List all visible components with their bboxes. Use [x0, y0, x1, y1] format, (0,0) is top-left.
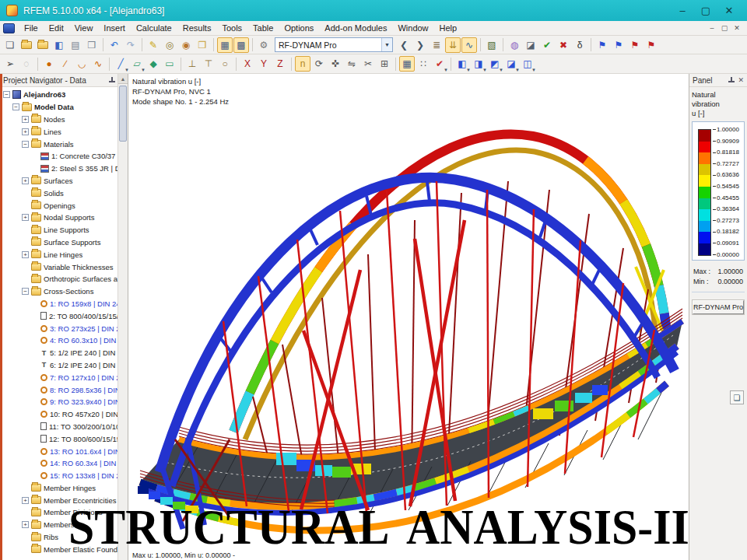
menu-tools[interactable]: Tools — [216, 23, 247, 33]
tree-item-orthotropic-surfaces-and-membra[interactable]: Orthotropic Surfaces and Membra — [3, 273, 128, 285]
tree-item-lines[interactable]: +Lines — [3, 125, 128, 138]
close-button[interactable]: ✕ — [717, 5, 741, 16]
tree-item-4-ro-60-3x10-din-2448-din-2[interactable]: 4: RO 60.3x10 | DIN 2448, DIN 2 — [3, 334, 128, 347]
render-view-button[interactable]: ▧ — [484, 37, 500, 53]
edit-move-button[interactable]: ✜ — [328, 56, 343, 72]
mdi-minimize-button[interactable]: – — [706, 24, 718, 32]
chevron-down-icon[interactable]: ▼ — [444, 68, 448, 72]
new-file-button[interactable]: ❏ — [2, 37, 18, 53]
flag-red-2-button[interactable]: ⚑ — [644, 37, 659, 53]
print-button[interactable]: ❒ — [84, 37, 100, 53]
edit-pencil-button[interactable]: ✎ — [146, 37, 161, 53]
tree-item-12-to-800-600-15-15-25-25-s[interactable]: 12: TO 800/600/15/15/25/25; S — [3, 432, 128, 445]
new-hinge-button[interactable]: ○ — [217, 56, 233, 72]
new-member-button[interactable]: ╱▼ — [113, 56, 128, 72]
tree-item-line-supports[interactable]: Line Supports — [3, 224, 128, 236]
tree-item-openings[interactable]: Openings — [3, 199, 128, 212]
nav-forward-button[interactable]: ❯ — [412, 37, 428, 53]
chevron-down-icon[interactable]: ▼ — [531, 68, 536, 72]
work-plane-button[interactable]: ▦ — [399, 56, 415, 72]
collapse-icon[interactable]: − — [22, 288, 29, 295]
expand-icon[interactable]: + — [22, 128, 29, 135]
panel-display-options-button[interactable]: ❏ — [730, 390, 744, 404]
tree-item-nodal-supports[interactable]: +Nodal Supports — [3, 212, 128, 224]
scroll-up-icon[interactable]: ▲ — [118, 74, 128, 84]
new-solid-button[interactable]: ◆ — [146, 56, 161, 72]
show-loads-button[interactable]: ⇊ — [445, 37, 461, 53]
menu-window[interactable]: Window — [392, 23, 433, 33]
guidelines-button[interactable]: ✔▼ — [432, 56, 447, 72]
check-data-button[interactable]: ✔ — [539, 37, 555, 53]
new-surface-button[interactable]: ▱▼ — [129, 56, 145, 72]
flag-blue-1-button[interactable]: ⚑ — [594, 37, 610, 53]
dynamic-module-button[interactable]: δ — [572, 37, 587, 53]
zoom-window-button[interactable]: ◎ — [162, 37, 177, 53]
flag-blue-2-button[interactable]: ⚑ — [611, 37, 626, 53]
tree-item-7-ro-127x10-din-2448-din-2[interactable]: 7: RO 127x10 | DIN 2448, DIN 2 — [3, 371, 128, 383]
tree-item-9-ro-323-9x40-din-2448-din[interactable]: 9: RO 323.9x40 | DIN 2448, DIN — [3, 396, 128, 408]
tree-item-13-ro-101-6x4-din-2448-din[interactable]: 13: RO 101.6x4 | DIN 2448, DIN — [3, 445, 128, 457]
tree-item-variable-thicknesses[interactable]: Variable Thicknesses — [3, 261, 128, 273]
axis-z-button[interactable]: Z — [272, 56, 288, 72]
edit-mirror-button[interactable]: ⇋ — [344, 56, 359, 72]
navigator-scrollbar[interactable]: ▲ — [117, 74, 128, 560]
expand-icon[interactable]: + — [22, 251, 29, 258]
tree-item-6-1-2-ipe-240-din-1025-5-199[interactable]: T6: 1/2 IPE 240 | DIN 1025-5:199 — [3, 359, 128, 372]
tree-item-model-data[interactable]: −Model Data — [3, 101, 128, 114]
new-window-button[interactable]: ❐ — [195, 37, 210, 53]
last-input-button[interactable]: n — [295, 56, 310, 72]
minimize-button[interactable]: – — [671, 5, 694, 16]
chevron-down-icon[interactable]: ▼ — [381, 38, 392, 51]
show-tables-button[interactable]: ▦ — [217, 37, 233, 53]
tree-item-3-ro-273x25-din-2448-din-2[interactable]: 3: RO 273x25 | DIN 2448, DIN 2 — [3, 322, 128, 334]
snap-grid-button[interactable]: ∷ — [416, 56, 431, 72]
tree-item-11-to-300-200-10-10-15-15-s[interactable]: 11: TO 300/200/10/10/15/15; S — [3, 421, 128, 433]
axis-x-button[interactable]: X — [240, 56, 255, 72]
expand-icon[interactable]: + — [22, 497, 29, 504]
new-opening-button[interactable]: ▭ — [162, 56, 177, 72]
tree-item-surface-supports[interactable]: Surface Supports — [3, 236, 128, 249]
save-button[interactable]: ◧ — [51, 37, 67, 53]
select-tool-button[interactable]: ➢ — [2, 56, 18, 72]
tree-item-15-ro-133x8-din-2448-din-2[interactable]: 15: RO 133x8 | DIN 2448, DIN 2 — [3, 470, 128, 482]
view-x-button[interactable]: ◨▼ — [471, 56, 486, 72]
tree-item-solids[interactable]: Solids — [3, 187, 128, 199]
new-spline-button[interactable]: ∿ — [90, 56, 106, 72]
menu-add-on-modules[interactable]: Add-on Modules — [319, 23, 392, 33]
new-nodal-support-button[interactable]: ⊥ — [184, 56, 200, 72]
menu-results[interactable]: Results — [177, 23, 217, 33]
menu-edit[interactable]: Edit — [44, 23, 69, 33]
tree-item-alejandro63[interactable]: −Alejandro63 — [3, 89, 128, 101]
new-arc-button[interactable]: ◡ — [74, 56, 89, 72]
collapse-icon[interactable]: − — [12, 103, 19, 110]
menu-file[interactable]: File — [19, 23, 44, 33]
scrollbar-thumb[interactable] — [119, 86, 127, 142]
view-z-button[interactable]: ◪▼ — [503, 56, 519, 72]
tree-item-nodes[interactable]: +Nodes — [3, 114, 128, 126]
visibility-modes-button[interactable]: ◍ — [507, 37, 522, 53]
menu-options[interactable]: Options — [279, 23, 319, 33]
collapse-icon[interactable]: − — [22, 141, 29, 148]
expand-icon[interactable]: + — [22, 521, 29, 528]
undo-button[interactable]: ↶ — [107, 37, 122, 53]
menu-view[interactable]: View — [69, 23, 99, 33]
redo-button[interactable]: ↷ — [123, 37, 139, 53]
new-node-button[interactable]: ● — [41, 56, 57, 72]
panel-pin-icon[interactable] — [728, 77, 735, 84]
project-navigator-toggle-button[interactable]: ≣ — [429, 37, 444, 53]
tree-item-2-steel-s-355-jr-db-se-a-2007[interactable]: 2: Steel S 355 JR | DB SE-A:2007 — [3, 163, 128, 175]
edit-divide-button[interactable]: ✂ — [360, 56, 376, 72]
pin-icon[interactable] — [108, 77, 115, 84]
show-printout-button[interactable]: ▩ — [233, 37, 249, 53]
open-project-button[interactable] — [35, 37, 51, 53]
nav-back-button[interactable]: ❮ — [396, 37, 412, 53]
edit-rotate-button[interactable]: ⟳ — [311, 56, 327, 72]
new-line-button[interactable]: ∕ — [58, 56, 73, 72]
module-selector[interactable]: RF-DYNAM Pro▼ — [275, 37, 393, 52]
model-viewport[interactable]: Natural vibration u [-]RF-DYNAM Pro, NVC… — [128, 74, 689, 560]
menu-table[interactable]: Table — [247, 23, 279, 33]
tree-item-member-hinges[interactable]: Member Hinges — [3, 482, 128, 495]
menu-insert[interactable]: Insert — [98, 23, 131, 33]
expand-icon[interactable]: + — [22, 177, 29, 184]
tree-item-materials[interactable]: −Materials — [3, 138, 128, 150]
